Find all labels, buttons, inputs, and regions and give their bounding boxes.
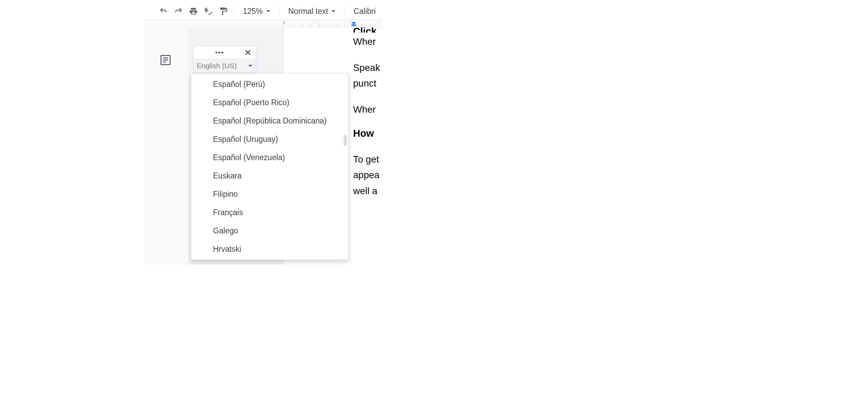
print-button[interactable]: [187, 5, 200, 17]
voice-language-option[interactable]: Español (Uruguay): [191, 130, 348, 148]
workspace: 1: [144, 20, 382, 265]
voice-language-selected: English (US): [197, 62, 248, 70]
voice-typing-panel: ••• ✕ English (US) Español (Perú)Español…: [193, 46, 256, 73]
left-strip: [144, 27, 188, 265]
voice-language-dropdown[interactable]: English (US) Español (Perú)Español (Puer…: [193, 59, 256, 73]
chevron-down-icon: [248, 65, 252, 67]
redo-button[interactable]: [172, 5, 185, 17]
chevron-down-icon: [266, 10, 270, 12]
ruler-track: 1: [284, 20, 382, 27]
voice-language-option[interactable]: Español (Puerto Rico): [191, 93, 348, 112]
scrollbar-thumb[interactable]: [344, 135, 347, 146]
undo-button[interactable]: [157, 5, 170, 17]
doc-line: To get: [353, 153, 382, 166]
voice-typing-header[interactable]: ••• ✕: [193, 46, 256, 59]
document-outline-button[interactable]: [159, 54, 173, 68]
document-text: Click WherSpeakpunctWherHowTo getappeawe…: [353, 27, 382, 197]
zoom-value: 125%: [243, 7, 263, 16]
spellcheck-button[interactable]: A: [202, 5, 215, 17]
voice-language-option[interactable]: Español (Perú): [191, 75, 348, 93]
svg-text:A: A: [205, 7, 209, 13]
doc-line: punct: [353, 77, 382, 90]
voice-language-option[interactable]: Français: [191, 203, 348, 222]
close-icon[interactable]: ✕: [243, 48, 253, 57]
doc-line: Click: [353, 27, 382, 33]
style-value: Normal text: [288, 7, 328, 16]
paragraph-style-dropdown[interactable]: Normal text: [284, 5, 341, 17]
paint-format-button[interactable]: [217, 5, 230, 17]
ruler-number: 1: [283, 20, 285, 25]
drag-handle-icon[interactable]: •••: [196, 48, 224, 57]
voice-language-list: Español (Perú)Español (Puerto Rico)Españ…: [191, 74, 348, 260]
toolbar-separator: [279, 6, 279, 16]
doc-line: appea: [353, 169, 382, 182]
indent-marker[interactable]: [351, 22, 357, 27]
doc-line: Wher: [353, 35, 382, 49]
doc-line: well a: [353, 185, 382, 198]
voice-language-menu: Español (Perú)Español (Puerto Rico)Españ…: [191, 73, 349, 260]
doc-line: Wher: [353, 103, 382, 116]
sidebar-gutter: ••• ✕ English (US) Español (Perú)Español…: [188, 27, 283, 265]
doc-line: How: [353, 127, 382, 140]
toolbar-separator: [234, 6, 234, 16]
voice-language-option[interactable]: Español (Venezuela): [191, 148, 348, 167]
app-viewport: A 125% Normal text Calibri 1: [144, 0, 382, 265]
voice-language-option[interactable]: Galego: [191, 222, 348, 240]
voice-language-option[interactable]: Filipino: [191, 185, 348, 203]
ruler[interactable]: 1: [283, 20, 382, 27]
font-value: Calibri: [353, 7, 375, 16]
toolbar-separator: [344, 6, 345, 16]
chevron-down-icon: [331, 10, 335, 12]
voice-language-option[interactable]: Español (República Dominicana): [191, 112, 348, 130]
zoom-dropdown[interactable]: 125%: [238, 5, 275, 17]
voice-language-option[interactable]: Euskara: [191, 167, 348, 185]
doc-line: Speak: [353, 61, 382, 75]
font-dropdown[interactable]: Calibri: [349, 5, 377, 17]
toolbar: A 125% Normal text Calibri: [144, 3, 382, 20]
voice-language-option[interactable]: Hrvatski: [191, 240, 348, 258]
